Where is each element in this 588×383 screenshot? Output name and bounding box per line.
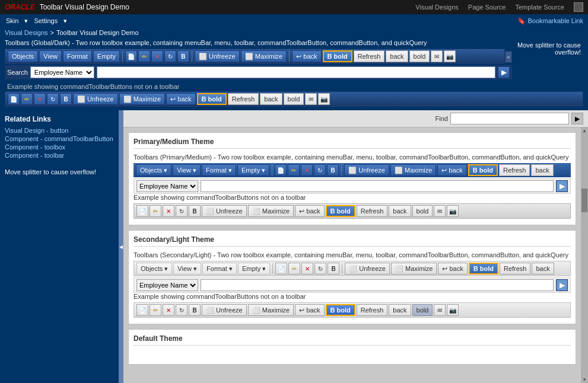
secondary-search-select[interactable]: Employee Name xyxy=(136,279,198,291)
view-menu-primary[interactable]: View ▾ xyxy=(173,164,201,176)
pcmd-mail-icon[interactable]: ✉ xyxy=(434,205,446,217)
camera-icon-dark[interactable]: 📷 xyxy=(444,50,456,62)
cmd-refresh-btn[interactable]: Refresh xyxy=(228,93,259,105)
sec-refresh-circle[interactable]: ↻ xyxy=(314,263,326,275)
back-btn-dark-2[interactable]: back xyxy=(386,50,408,62)
pcmd-maximize-btn[interactable]: ⬜ Maximize xyxy=(248,205,294,217)
objects-menu-dark[interactable]: Objects xyxy=(8,50,38,62)
primary-new-icon[interactable]: 📄 xyxy=(275,164,287,176)
maximize-btn-dark[interactable]: ⬜ Maximize xyxy=(241,50,287,62)
primary-go-btn[interactable]: ▶ xyxy=(556,180,568,192)
primary-search-select[interactable]: Employee Name xyxy=(136,180,198,192)
scmd-camera-icon[interactable]: 📷 xyxy=(447,304,459,316)
bold-btn-dark[interactable]: B bold xyxy=(323,50,352,62)
unfreeze-btn-dark[interactable]: ⬜ Unfreeze xyxy=(195,50,240,62)
secondary-search-input[interactable] xyxy=(201,279,554,291)
view-menu-dark[interactable]: View xyxy=(39,50,62,62)
scmd-mail-icon[interactable]: ✉ xyxy=(434,304,446,316)
pcmd-bold-btn[interactable]: B bold xyxy=(326,205,355,217)
sec-refresh-btn[interactable]: Refresh xyxy=(500,263,531,275)
mail-icon-dark[interactable]: ✉ xyxy=(431,50,443,62)
cmd-bold-icon[interactable]: B xyxy=(60,93,72,105)
pcmd-delete-icon[interactable]: ✕ xyxy=(163,205,174,217)
empty-menu-secondary[interactable]: Empty ▾ xyxy=(238,263,270,275)
pcmd-refresh-circle[interactable]: ↻ xyxy=(176,205,187,217)
pcmd-bold-btn-2[interactable]: bold xyxy=(412,205,433,217)
sidebar-link-toolbar[interactable]: Component - toolbar xyxy=(5,152,114,159)
format-menu-dark[interactable]: Format xyxy=(63,50,92,62)
primary-delete-icon[interactable]: ✕ xyxy=(301,164,313,176)
cmd-back-btn-2[interactable]: back xyxy=(260,93,282,105)
breadcrumb-home[interactable]: Visual Designs xyxy=(5,29,48,36)
primary-search-input[interactable] xyxy=(201,180,554,192)
sec-edit-icon[interactable]: ✏ xyxy=(288,263,300,275)
bookmarkable-link[interactable]: Bookmarkable Link xyxy=(527,17,583,24)
pcmd-back-btn-2[interactable]: back xyxy=(389,205,411,217)
cmd-edit-icon[interactable]: ✏ xyxy=(21,93,33,105)
sec-delete-icon[interactable]: ✕ xyxy=(301,263,313,275)
search-input-dark[interactable] xyxy=(97,66,495,78)
sec-back-btn-1[interactable]: ↩ back xyxy=(438,263,467,275)
format-menu-primary[interactable]: Format ▾ xyxy=(202,164,236,176)
splitter-handle[interactable]: ◀ xyxy=(119,110,123,383)
cmd-camera-icon[interactable]: 📷 xyxy=(318,93,330,105)
back-btn-dark-1[interactable]: ↩ back xyxy=(292,50,321,62)
cmd-delete-icon[interactable]: ✕ xyxy=(34,93,46,105)
search-select-dark[interactable]: Employee Name xyxy=(30,66,94,78)
sec-bold-btn[interactable]: B bold xyxy=(469,263,498,275)
sec-bold-icon[interactable]: B xyxy=(328,263,339,275)
pcmd-refresh-btn[interactable]: Refresh xyxy=(357,205,388,217)
scmd-refresh-circle[interactable]: ↻ xyxy=(176,304,187,316)
primary-bold-btn[interactable]: B bold xyxy=(468,164,498,176)
overflow-arrow-dark[interactable]: » xyxy=(505,51,512,63)
scmd-edit-icon[interactable]: ✏ xyxy=(150,304,161,316)
scmd-bold-btn[interactable]: B bold xyxy=(326,304,355,316)
find-go-btn[interactable]: ▶ xyxy=(571,113,583,125)
pcmd-back-btn-1[interactable]: ↩ back xyxy=(295,205,324,217)
scmd-delete-icon[interactable]: ✕ xyxy=(163,304,174,316)
scmd-bold-btn-2[interactable]: bold xyxy=(412,304,433,316)
settings-button[interactable]: Settings xyxy=(33,17,59,24)
find-input[interactable] xyxy=(450,113,569,125)
scroll-indicator[interactable] xyxy=(574,2,583,12)
primary-maximize-btn[interactable]: ⬜ Maximize xyxy=(390,164,437,176)
secondary-go-btn[interactable]: ▶ xyxy=(556,279,568,291)
empty-menu-primary[interactable]: Empty ▾ xyxy=(237,164,269,176)
cmd-maximize-btn[interactable]: ⬜ Maximize xyxy=(119,93,166,105)
refresh-btn-dark[interactable]: Refresh xyxy=(354,50,385,62)
pcmd-edit-icon[interactable]: ✏ xyxy=(150,205,161,217)
new-icon-btn-dark[interactable]: 📄 xyxy=(125,50,137,62)
primary-unfreeze-btn[interactable]: ⬜ Unfreeze xyxy=(344,164,389,176)
cmd-bold-btn-2[interactable]: bold xyxy=(284,93,304,105)
page-source-link[interactable]: Page Source xyxy=(468,4,506,11)
cmd-mail-icon[interactable]: ✉ xyxy=(305,93,317,105)
view-menu-secondary[interactable]: View ▾ xyxy=(173,263,201,275)
scmd-bold-icon[interactable]: B xyxy=(189,304,201,316)
sec-maximize-btn[interactable]: ⬜ Maximize xyxy=(391,263,437,275)
skin-button[interactable]: Skin xyxy=(5,17,20,24)
primary-back-btn-2[interactable]: back xyxy=(531,164,553,176)
pcmd-unfreeze-btn[interactable]: ⬜ Unfreeze xyxy=(202,205,247,217)
primary-refresh-btn[interactable]: Refresh xyxy=(499,164,530,176)
primary-bold-icon[interactable]: B xyxy=(327,164,339,176)
visual-designs-link[interactable]: Visual Designs xyxy=(415,4,459,11)
sidebar-link-cmd-toolbar-btn[interactable]: Component - commandToolbarButton xyxy=(5,135,114,142)
cmd-unfreeze-btn[interactable]: ⬜ Unfreeze xyxy=(73,93,118,105)
sec-back-btn-2[interactable]: back xyxy=(532,263,554,275)
primary-back-btn-1[interactable]: ↩ back xyxy=(437,164,466,176)
cmd-new-icon[interactable]: 📄 xyxy=(8,93,20,105)
scmd-refresh-btn[interactable]: Refresh xyxy=(357,304,388,316)
objects-menu-secondary[interactable]: Objects ▾ xyxy=(136,263,172,275)
scmd-back-btn-2[interactable]: back xyxy=(389,304,411,316)
empty-menu-dark[interactable]: Empty xyxy=(93,50,120,62)
pcmd-new-icon[interactable]: 📄 xyxy=(136,205,148,217)
cmd-refresh-circle[interactable]: ↻ xyxy=(47,93,59,105)
delete-icon-btn-dark[interactable]: ✕ xyxy=(151,50,163,62)
format-menu-secondary[interactable]: Format ▾ xyxy=(202,263,237,275)
cmd-bold-btn[interactable]: B bold xyxy=(197,93,227,105)
primary-edit-icon[interactable]: ✏ xyxy=(288,164,300,176)
bold-icon-dark[interactable]: B xyxy=(177,50,189,62)
scmd-new-icon[interactable]: 📄 xyxy=(136,304,148,316)
pcmd-camera-icon[interactable]: 📷 xyxy=(447,205,459,217)
edit-icon-btn-dark[interactable]: ✏ xyxy=(138,50,150,62)
